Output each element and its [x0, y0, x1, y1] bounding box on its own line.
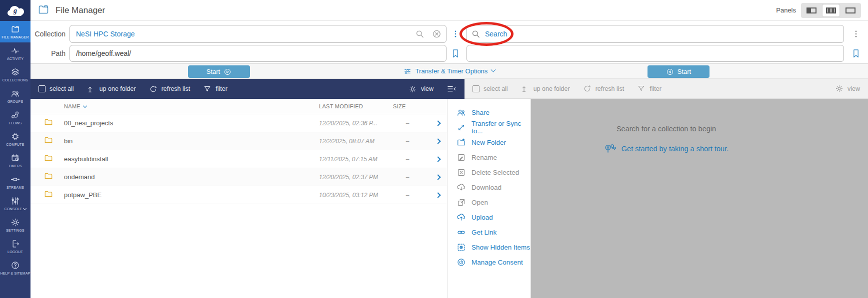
- sort-caret-icon: [83, 103, 87, 107]
- share-menu-item[interactable]: Share: [448, 105, 530, 120]
- sidebar-item-activity[interactable]: ACTIVITY: [0, 42, 30, 64]
- file-modified: 12/11/2025, 07:15 AM: [319, 156, 393, 163]
- sidebar-item-label: ACTIVITY: [7, 57, 24, 61]
- upload-menu-item[interactable]: Upload: [448, 210, 530, 225]
- manage-consent-menu-item[interactable]: Manage Consent: [448, 255, 530, 270]
- filter-button[interactable]: filter: [637, 84, 662, 93]
- delete-selected-menu-item[interactable]: Delete Selected: [448, 165, 530, 180]
- open-folder-chevron[interactable]: [422, 175, 440, 179]
- table-row[interactable]: easybuildinstall 12/11/2025, 07:15 AM –: [30, 150, 447, 168]
- panel-layout-single-button[interactable]: [842, 4, 859, 16]
- sidebar-item-logout[interactable]: LOGOUT: [0, 236, 30, 257]
- select-all-button[interactable]: select all: [472, 85, 508, 92]
- up-one-folder-button[interactable]: up one folder: [87, 85, 136, 93]
- view-button[interactable]: view: [835, 84, 860, 93]
- up-one-folder-label: up one folder: [100, 85, 136, 92]
- collapse-panel-icon[interactable]: [446, 84, 456, 94]
- start-transfer-right-button[interactable]: Start: [648, 65, 710, 78]
- file-size: –: [393, 192, 422, 199]
- tour-link-label: Get started by taking a short tour.: [622, 145, 728, 153]
- file-table-header: NAME LAST MODIFIED SIZE: [30, 99, 447, 114]
- sidebar-item-streams[interactable]: STREAMS: [0, 171, 30, 193]
- panel-layout-dual-button[interactable]: [822, 4, 840, 16]
- file-size: –: [393, 156, 422, 163]
- refresh-list-button[interactable]: refresh list: [583, 84, 624, 93]
- sidebar-item-settings[interactable]: SETTINGS: [0, 214, 30, 236]
- tour-pins-icon: [604, 143, 617, 155]
- sidebar-item-compute[interactable]: COMPUTE: [0, 128, 30, 150]
- sidebar-item-groups[interactable]: GROUPS: [0, 85, 30, 107]
- column-header-size[interactable]: SIZE: [393, 103, 422, 109]
- sidebar-item-console[interactable]: CONSOLE: [0, 193, 30, 214]
- open-folder-chevron[interactable]: [422, 139, 440, 143]
- hidden-eye-icon: [456, 243, 466, 252]
- folder-icon: [43, 153, 64, 165]
- panels-toggle-group: [801, 3, 861, 18]
- menu-item-label: New Folder: [472, 139, 506, 146]
- filter-funnel-icon: [637, 84, 646, 93]
- select-all-button[interactable]: select all: [38, 85, 74, 92]
- source-toolbar: select all up one folder refresh list fi…: [30, 79, 464, 99]
- tour-link[interactable]: Get started by taking a short tour.: [604, 143, 728, 155]
- bookmark-icon[interactable]: [446, 48, 464, 58]
- table-row[interactable]: bin 12/2/2025, 08:07 AM –: [30, 132, 447, 150]
- help-question-icon: [10, 261, 20, 270]
- gear-icon: [10, 218, 20, 227]
- search-icon[interactable]: [415, 29, 424, 39]
- open-folder-chevron[interactable]: [422, 193, 440, 197]
- panel-layout-single-left-button[interactable]: [803, 4, 820, 16]
- search-collection-input[interactable]: [466, 25, 844, 43]
- select-all-label: select all: [484, 85, 508, 92]
- destination-kebab-menu[interactable]: [844, 29, 868, 38]
- flows-icon: [10, 110, 20, 120]
- column-header-last-modified[interactable]: LAST MODIFIED: [319, 103, 393, 109]
- chip-icon: [10, 132, 20, 141]
- refresh-list-button[interactable]: refresh list: [149, 85, 190, 93]
- download-menu-item[interactable]: Download: [448, 180, 530, 195]
- globus-logo[interactable]: g: [0, 0, 30, 21]
- path-input[interactable]: [70, 45, 446, 62]
- get-link-menu-item[interactable]: Get Link: [448, 225, 530, 240]
- sidebar-item-timers[interactable]: TIMERS: [0, 150, 30, 171]
- transfer-options-bar: Start Transfer & Timer Options Start: [30, 63, 868, 79]
- file-size: –: [393, 174, 422, 181]
- start-button-label: Start: [678, 68, 691, 75]
- sidebar-item-flows[interactable]: FLOWS: [0, 107, 30, 128]
- clear-collection-icon[interactable]: [432, 29, 442, 39]
- svg-text:g: g: [13, 7, 17, 14]
- table-row[interactable]: potpaw_PBE 10/23/2025, 03:12 PM –: [30, 186, 447, 204]
- filter-button[interactable]: filter: [203, 85, 228, 93]
- folder-icon: [43, 117, 64, 129]
- calendar-clock-icon: [10, 153, 20, 163]
- table-row[interactable]: 00_nesi_projects 12/20/2025, 02:36 P... …: [30, 114, 447, 132]
- open-menu-item[interactable]: Open: [448, 195, 530, 210]
- rename-menu-item[interactable]: Rename: [448, 150, 530, 165]
- collection-input[interactable]: [70, 25, 446, 43]
- refresh-icon: [149, 85, 158, 93]
- file-modified: 12/20/2025, 02:36 P...: [319, 120, 393, 127]
- search-icon: [471, 29, 480, 39]
- new-folder-icon: [456, 138, 466, 147]
- collection-kebab-menu[interactable]: [446, 29, 464, 38]
- up-one-folder-button[interactable]: up one folder: [521, 84, 570, 93]
- column-header-name[interactable]: NAME: [64, 103, 319, 109]
- transfer-timer-options-toggle[interactable]: Transfer & Timer Options: [30, 64, 868, 78]
- new-folder-menu-item[interactable]: New Folder: [448, 135, 530, 150]
- file-name: 00_nesi_projects: [64, 119, 319, 127]
- sidebar-item-label: STREAMS: [6, 186, 24, 190]
- sidebar-item-help-sitemap[interactable]: HELP & SITEMAP: [0, 257, 30, 279]
- open-folder-chevron[interactable]: [422, 121, 440, 125]
- filter-label: filter: [650, 85, 662, 92]
- transfer-or-sync-menu-item[interactable]: Transfer or Sync to...: [448, 120, 530, 135]
- view-label: view: [848, 85, 860, 92]
- bookmark-icon[interactable]: [844, 48, 868, 58]
- sidebar-item-file-manager[interactable]: FILE MANAGER: [0, 21, 30, 42]
- sidebar-item-collections[interactable]: COLLECTIONS: [0, 64, 30, 85]
- file-name: ondemand: [64, 173, 319, 181]
- panels-label: Panels: [776, 6, 796, 14]
- destination-path-input[interactable]: [466, 45, 844, 62]
- view-button[interactable]: view: [408, 85, 434, 93]
- open-folder-chevron[interactable]: [422, 157, 440, 161]
- show-hidden-items-menu-item[interactable]: Show Hidden Items: [448, 240, 530, 255]
- table-row[interactable]: ondemand 12/20/2025, 02:37 PM –: [30, 168, 447, 186]
